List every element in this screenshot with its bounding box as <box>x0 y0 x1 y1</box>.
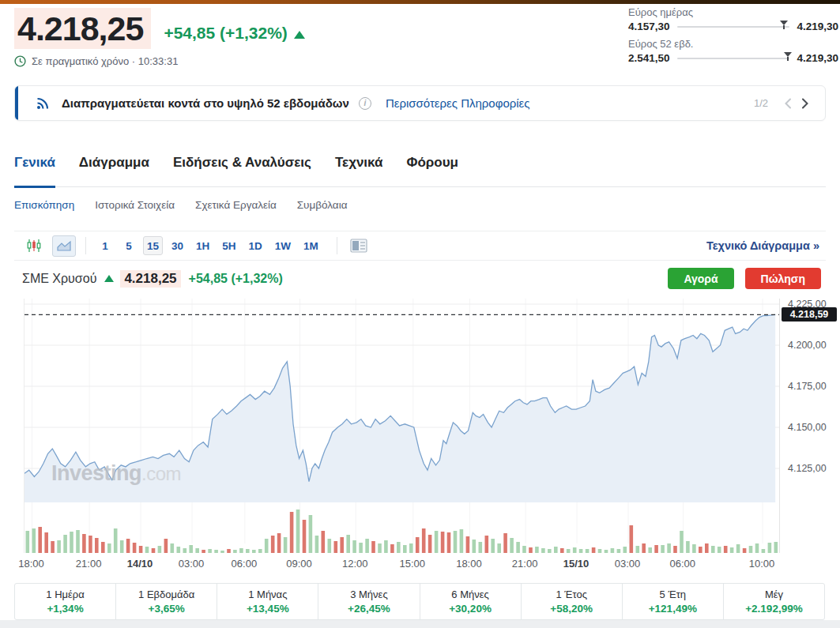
volume-bar <box>277 533 281 553</box>
volume-bar <box>38 527 42 553</box>
interval-1d[interactable]: 1D <box>245 236 266 255</box>
buy-button[interactable]: Αγορά <box>668 268 733 289</box>
perf-value: +26,45% <box>348 603 390 615</box>
volume-bar <box>680 531 684 553</box>
volume-bar <box>384 540 388 553</box>
interval-1h[interactable]: 1H <box>192 236 213 255</box>
last-price-tag: 4.218,59 <box>782 307 837 322</box>
subtab-istorika-stoixeia[interactable]: Ιστορικά Στοιχεία <box>95 199 175 211</box>
day-range-marker-icon <box>780 21 788 25</box>
area-chart-button[interactable] <box>52 235 76 257</box>
y-axis-label: 4.150,00 <box>788 422 827 433</box>
perf-cell[interactable]: 1 Μήνας+13,45% <box>217 584 318 619</box>
perf-value: +58,20% <box>550 603 593 615</box>
volume-bar <box>258 549 262 553</box>
performance-table: 1 Ημέρα+1,34%1 Εβδομάδα+3,65%1 Μήνας+13,… <box>14 583 825 620</box>
volume-bar <box>145 547 149 553</box>
volume-bar <box>183 548 187 553</box>
volume-bar <box>346 535 350 553</box>
volume-bar <box>755 543 759 553</box>
info-icon[interactable]: i <box>359 97 371 110</box>
price-chart-plot[interactable]: Investing.com <box>24 299 778 553</box>
perf-value: +13,45% <box>247 603 289 615</box>
next-alert-button[interactable] <box>797 95 814 112</box>
interval-1m[interactable]: 1M <box>299 236 322 255</box>
candlestick-icon <box>27 239 41 253</box>
day-range-label: Εύρος ημέρας <box>628 6 838 18</box>
subtab-episkopisi[interactable]: Επισκόπηση <box>14 199 74 211</box>
interval-1w[interactable]: 1W <box>271 236 295 255</box>
realtime-label: Σε πραγματικό χρόνο · 10:33:31 <box>32 55 178 67</box>
toolbar-divider <box>337 237 337 254</box>
perf-cell[interactable]: 3 Μήνες+26,45% <box>318 584 420 619</box>
volume-bar <box>479 542 483 553</box>
volume-bar <box>554 547 558 553</box>
perf-value: +3,65% <box>149 603 185 615</box>
top-gradient-bar <box>0 0 840 4</box>
interval-5[interactable]: 5 <box>119 236 138 255</box>
volume-bar <box>686 541 690 553</box>
volume-bar <box>328 539 332 553</box>
chart-toolbar: 1515301H5H1D1W1M Τεχνικό Διάγραμμα » <box>14 231 826 261</box>
interval-15[interactable]: 15 <box>143 236 163 255</box>
volume-bar <box>654 545 658 553</box>
x-axis-label: 03:00 <box>173 558 209 570</box>
week52-range: Εύρος 52 εβδ. 2.541,50 4.219,30 <box>628 38 838 64</box>
volume-bar <box>630 525 634 553</box>
perf-cell[interactable]: Μέγ+2.192,99% <box>724 584 824 619</box>
volume-bar <box>730 547 734 553</box>
x-axis-label: 12:00 <box>337 558 373 570</box>
perf-cell[interactable]: 1 Ημέρα+1,34% <box>15 584 116 619</box>
volume-bar <box>202 550 205 553</box>
perf-label: 1 Ημέρα <box>46 589 84 600</box>
volume-bar <box>397 542 401 553</box>
tab-diagramma[interactable]: Διάγραμμα <box>79 155 149 186</box>
interval-group: 1515301H5H1D1W1M <box>96 236 327 255</box>
tab-foroum[interactable]: Φόρουμ <box>406 155 458 186</box>
instrument-price: 4.218,25 <box>120 270 180 288</box>
volume-bar <box>252 550 256 553</box>
perf-cell[interactable]: 1 Έτος+58,20% <box>522 584 623 619</box>
chart-panel-button[interactable] <box>347 235 371 257</box>
bottom-strip <box>0 620 840 628</box>
technical-chart-link[interactable]: Τεχνικό Διάγραμμα » <box>706 239 819 252</box>
volume-bar <box>334 541 338 553</box>
volume-bar <box>642 543 646 553</box>
volume-bar <box>208 549 212 553</box>
volume-bar <box>322 531 326 553</box>
subtab-symvolaia[interactable]: Συμβόλαια <box>297 199 348 211</box>
candlestick-chart-button[interactable] <box>22 235 46 257</box>
volume-bar <box>139 546 143 553</box>
prev-alert-button[interactable] <box>779 95 797 112</box>
price-chart[interactable] <box>24 299 779 553</box>
volume-bar <box>623 547 627 553</box>
volume-bar <box>171 543 175 553</box>
interval-30[interactable]: 30 <box>168 236 187 255</box>
volume-bar <box>290 512 294 553</box>
volume-bar <box>164 539 168 553</box>
volume-bar <box>403 545 407 553</box>
tab-eidiseis-analyseis[interactable]: Ειδήσεις & Αναλύσεις <box>173 155 311 186</box>
sell-button[interactable]: Πώληση <box>745 268 821 289</box>
volume-bar <box>70 532 73 553</box>
subtab-sxetika-ergaleia[interactable]: Σχετικά Εργαλεία <box>195 199 277 211</box>
perf-cell[interactable]: 5 Έτη+121,49% <box>623 584 724 619</box>
x-axis-label: 21:00 <box>507 558 543 570</box>
day-range-slider <box>677 26 790 28</box>
perf-label: 1 Μήνας <box>248 589 287 600</box>
interval-1[interactable]: 1 <box>96 236 115 255</box>
volume-bar <box>711 546 715 553</box>
perf-label: 1 Εβδομάδα <box>138 589 194 600</box>
tab-texnika[interactable]: Τεχνικά <box>335 155 383 186</box>
interval-5h[interactable]: 5H <box>218 236 239 255</box>
volume-bar <box>315 536 319 553</box>
more-info-link[interactable]: Περισσότερες Πληροφορίες <box>386 96 530 110</box>
perf-cell[interactable]: 1 Εβδομάδα+3,65% <box>116 584 217 619</box>
panel-layout-icon <box>350 239 367 253</box>
price-scale[interactable]: 4.218,59 4.225,004.200,004.175,004.150,0… <box>779 299 840 553</box>
instrument-row: ΣΜΕ Χρυσού 4.218,25 +54,85 (+1,32%) Αγορ… <box>14 261 826 295</box>
tab-genika[interactable]: Γενικά <box>14 155 55 188</box>
volume-bar <box>749 546 753 553</box>
perf-cell[interactable]: 6 Μήνες+30,20% <box>420 584 522 619</box>
volume-bar <box>57 540 61 553</box>
